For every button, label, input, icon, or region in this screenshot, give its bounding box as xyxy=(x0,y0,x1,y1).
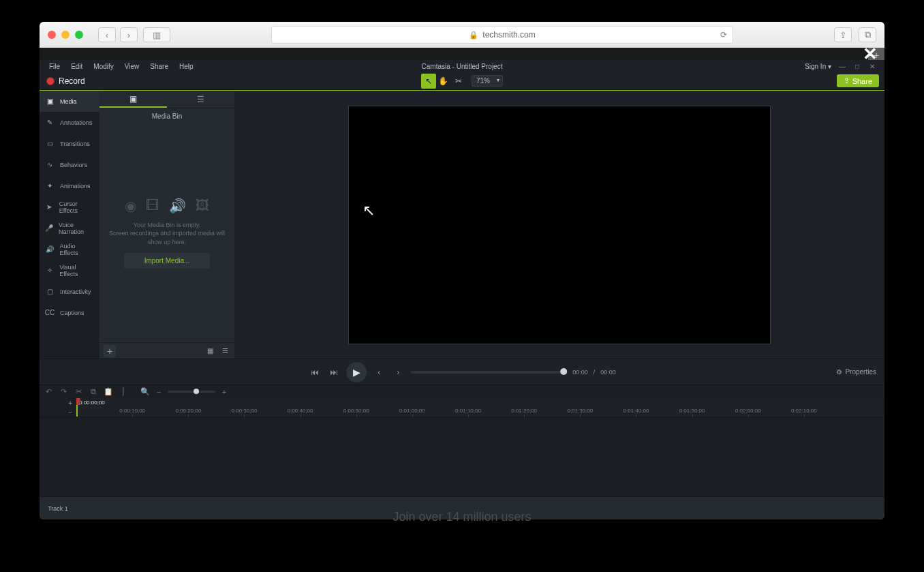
zoom-fit-icon[interactable]: 🔍 xyxy=(140,387,150,396)
import-media-button[interactable]: Import Media... xyxy=(124,253,211,269)
undo-button[interactable]: ↶ xyxy=(44,387,53,396)
sidebar-item-visual-effects[interactable]: ✧Visual Effects xyxy=(40,260,99,281)
window-close-button[interactable] xyxy=(48,31,56,39)
zoom-out-button[interactable]: − xyxy=(154,388,164,396)
sidebar-item-audio-effects[interactable]: 🔊Audio Effects xyxy=(40,239,99,260)
add-track-button[interactable]: + xyxy=(68,400,72,407)
preview-canvas[interactable]: ↖ xyxy=(348,106,771,344)
bin-title: Media Bin xyxy=(99,108,234,124)
behaviors-icon: ∿ xyxy=(45,161,55,169)
redo-button[interactable]: ↷ xyxy=(59,387,68,396)
split-button[interactable]: ⎮ xyxy=(119,387,128,396)
sidebar-item-animations[interactable]: ✦Animations xyxy=(40,175,99,196)
app-maximize-button[interactable]: □ xyxy=(853,62,861,70)
browser-window: ‹ › ▥ 🔒 techsmith.com ⟳ ⇪ ⧉ + File Edit … xyxy=(40,22,884,520)
sidebar-item-voice-narration[interactable]: 🎤Voice Narration xyxy=(40,217,99,239)
step-back-button[interactable]: ‹ xyxy=(372,365,386,379)
menu-file[interactable]: File xyxy=(44,63,65,70)
window-minimize-button[interactable] xyxy=(61,31,70,39)
menu-modify[interactable]: Modify xyxy=(88,63,119,70)
ruler-tick: 0:01:20;00 xyxy=(511,408,537,414)
main-area: ▣Media ✎Annotations ▭Transitions ∿Behavi… xyxy=(40,91,884,359)
app-window: File Edit Modify View Share Help Camtasi… xyxy=(40,60,884,520)
record-icon xyxy=(46,77,55,85)
track-label[interactable]: Track 1 xyxy=(40,496,76,520)
bin-tab-library[interactable]: ☰ xyxy=(167,91,234,108)
sidebar-item-behaviors[interactable]: ∿Behaviors xyxy=(40,154,99,175)
overlay-close-button[interactable]: ✕ xyxy=(863,44,878,65)
sidebar-item-annotations[interactable]: ✎Annotations xyxy=(40,112,99,133)
paste-button[interactable]: 📋 xyxy=(104,387,113,396)
audio-source-icon: 🔊 xyxy=(169,198,186,214)
ruler-tick: 0:00:30;00 xyxy=(232,408,258,414)
video-source-icon: 🎞 xyxy=(146,198,159,214)
menu-share[interactable]: Share xyxy=(144,63,174,70)
timeline-ruler[interactable]: 0:00:00;00 0:00:10;000:00:20;000:00:30;0… xyxy=(76,398,884,417)
playback-bar: ⏮ ⏭ ▶ ‹ › 00:00 / 00:00 ⚙ Properties xyxy=(40,359,884,385)
zoom-select[interactable]: 71% xyxy=(472,75,503,87)
ruler-tick: 0:01:40;00 xyxy=(623,408,649,414)
menu-edit[interactable]: Edit xyxy=(65,63,88,70)
current-time: 00:00 xyxy=(572,369,588,376)
bin-empty-message: Your Media Bin is empty. Screen recordin… xyxy=(106,221,228,245)
grid-view-button[interactable]: ▦ xyxy=(204,346,215,357)
track-controls: + − xyxy=(40,398,76,417)
playhead[interactable] xyxy=(76,398,78,417)
media-icon: ▣ xyxy=(45,97,55,106)
slider-thumb[interactable] xyxy=(560,368,567,375)
menu-view[interactable]: View xyxy=(119,63,145,70)
back-button[interactable]: ‹ xyxy=(98,27,116,42)
menu-help[interactable]: Help xyxy=(174,63,199,70)
ruler-tick: 0:01:30;00 xyxy=(567,408,593,414)
select-tool[interactable]: ↖ xyxy=(421,74,436,89)
audio-icon: 🔊 xyxy=(45,245,54,254)
time-separator: / xyxy=(594,369,596,376)
app-minimize-button[interactable]: — xyxy=(838,62,846,70)
timeline-tracks[interactable] xyxy=(76,417,884,520)
record-button[interactable]: Record xyxy=(40,72,92,89)
sidebar-toggle-button[interactable]: ▥ xyxy=(143,27,170,42)
ruler-tick: 0:02:00;00 xyxy=(735,408,761,414)
share-button[interactable]: ⇪ Share xyxy=(837,74,879,87)
share-button[interactable]: ⇪ xyxy=(834,27,852,42)
sidebar-item-media[interactable]: ▣Media xyxy=(40,91,99,112)
sidebar-item-cursor-effects[interactable]: ➤Cursor Effects xyxy=(40,196,99,217)
sidebar-item-interactivity[interactable]: ▢Interactivity xyxy=(40,281,99,302)
annotations-icon: ✎ xyxy=(45,119,55,127)
url-bar[interactable]: 🔒 techsmith.com ⟳ xyxy=(271,26,733,44)
canvas-area: ↖ xyxy=(234,91,884,359)
sidebar-item-captions[interactable]: CCCaptions xyxy=(40,302,99,323)
list-view-button[interactable]: ☰ xyxy=(219,346,230,357)
bin-empty-icons: ◉ 🎞 🔊 🖼 xyxy=(125,198,209,214)
add-media-button[interactable]: + xyxy=(104,345,116,357)
signin-button[interactable]: Sign In ▾ xyxy=(805,63,831,70)
zoom-thumb[interactable] xyxy=(194,389,199,394)
prev-frame-button[interactable]: ⏮ xyxy=(308,365,322,379)
forward-button[interactable]: › xyxy=(120,27,138,42)
ruler-tick: 0:00:40;00 xyxy=(288,408,313,414)
playback-slider[interactable] xyxy=(410,371,567,374)
zoom-in-button[interactable]: + xyxy=(219,388,229,396)
remove-track-button[interactable]: − xyxy=(68,408,72,416)
properties-button[interactable]: ⚙ Properties xyxy=(836,368,876,376)
copy-button[interactable]: ⧉ xyxy=(89,387,98,396)
crop-tool[interactable]: ✂ xyxy=(451,74,466,89)
sidebar-item-transitions[interactable]: ▭Transitions xyxy=(40,133,99,154)
bin-tabs: ▣ ☰ xyxy=(99,91,234,108)
zoom-slider[interactable] xyxy=(168,391,215,393)
step-forward-button[interactable]: › xyxy=(391,365,405,379)
pan-tool[interactable]: ✋ xyxy=(436,74,451,89)
window-zoom-button[interactable] xyxy=(75,31,83,39)
next-frame-button[interactable]: ⏭ xyxy=(327,365,341,379)
bin-tab-media[interactable]: ▣ xyxy=(99,91,167,108)
share-label: Share xyxy=(852,77,872,85)
playhead-marker[interactable] xyxy=(76,398,80,405)
nav-buttons: ‹ › xyxy=(98,27,138,42)
tabs-button[interactable]: ⧉ xyxy=(859,27,876,42)
mic-icon: 🎤 xyxy=(45,224,53,232)
reload-icon[interactable]: ⟳ xyxy=(720,30,727,40)
lock-icon: 🔒 xyxy=(469,31,478,40)
play-button[interactable]: ▶ xyxy=(346,362,367,382)
visual-effects-icon: ✧ xyxy=(45,267,54,275)
cut-button[interactable]: ✂ xyxy=(74,387,83,396)
